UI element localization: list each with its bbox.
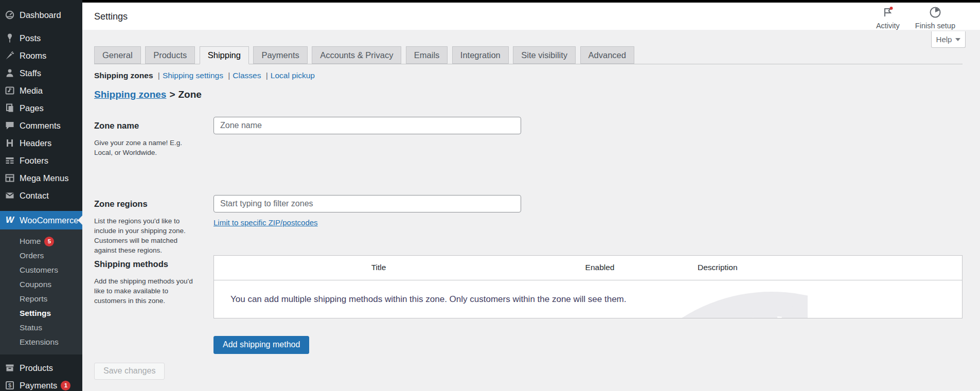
sidebar-item-label: Footers	[20, 156, 48, 166]
sidebar-item-rooms[interactable]: Rooms	[0, 47, 82, 64]
carrot-icon	[0, 50, 20, 61]
submenu-item-settings[interactable]: Settings	[0, 306, 82, 321]
submenu-item-reports[interactable]: Reports	[0, 292, 82, 306]
envelope-icon	[0, 190, 20, 201]
sidebar-item-products[interactable]: Products	[0, 359, 82, 377]
top-strip	[0, 0, 980, 3]
progress-clock-icon	[929, 6, 941, 21]
help-button[interactable]: Help	[931, 31, 966, 48]
submenu-item-home[interactable]: Home 5	[0, 234, 82, 248]
submenu-item-extensions[interactable]: Extensions	[0, 335, 82, 349]
admin-sidebar: Dashboard Posts Rooms Staffs Media	[0, 0, 82, 391]
shipping-methods-table: Title Enabled Description You can add mu…	[213, 255, 963, 318]
save-changes-button[interactable]: Save changes	[94, 363, 165, 380]
tab-payments[interactable]: Payments	[253, 46, 307, 64]
zone-regions-input[interactable]	[213, 195, 521, 212]
submenu-item-coupons[interactable]: Coupons	[0, 277, 82, 292]
sidebar-item-label: Comments	[20, 121, 61, 131]
sidebar-item-mega-menus[interactable]: Mega Menus	[0, 169, 82, 187]
tab-emails[interactable]: Emails	[406, 46, 448, 64]
subnav-link-shipping-settings[interactable]: Shipping settings	[163, 71, 223, 80]
settings-content: General Products Shipping Payments Accou…	[82, 46, 980, 380]
sidebar-item-media[interactable]: Media	[0, 82, 82, 99]
shipping-methods-description: Add the shipping methods you'd like to m…	[94, 276, 200, 306]
tab-general[interactable]: General	[94, 46, 141, 64]
zone-regions-row: Zone regions List the regions you'd like…	[94, 195, 963, 255]
shipping-subnav: Shipping zones |Shipping settings |Class…	[94, 71, 963, 80]
breadcrumb-current-zone: Zone	[179, 89, 202, 100]
sidebar-item-pages[interactable]: Pages	[0, 99, 82, 117]
submenu-item-orders[interactable]: Orders	[0, 248, 82, 263]
zone-regions-description: List the regions you'd like to include i…	[94, 216, 200, 255]
sidebar-item-label: WooCommerce	[20, 216, 78, 225]
sidebar-item-label: Pages	[20, 103, 44, 113]
empty-state-text: You can add multiple shipping methods wi…	[214, 280, 962, 318]
zone-name-label: Zone name	[94, 121, 213, 131]
sidebar-item-label: Media	[20, 86, 43, 96]
home-badge: 5	[44, 237, 54, 246]
add-shipping-method-button[interactable]: Add shipping method	[213, 336, 309, 354]
sidebar-item-label: Mega Menus	[20, 173, 68, 183]
page-title: Settings	[94, 11, 128, 22]
activity-flag-icon	[881, 6, 895, 21]
payments-badge: 1	[61, 381, 70, 390]
dollar-icon: $	[0, 380, 20, 390]
sidebar-item-label: Contact	[20, 191, 49, 201]
zone-name-description: Give your zone a name! E.g. Local, or Wo…	[94, 138, 200, 157]
footer-icon	[0, 155, 20, 166]
sidebar-item-label: Dashboard	[20, 10, 61, 20]
breadcrumb-link-shipping-zones[interactable]: Shipping zones	[94, 89, 166, 100]
pushpin-icon	[0, 33, 20, 43]
pages-icon	[0, 103, 20, 113]
chevron-down-icon	[955, 38, 960, 41]
tab-advanced[interactable]: Advanced	[580, 46, 634, 64]
tab-integration[interactable]: Integration	[452, 46, 509, 64]
sidebar-item-comments[interactable]: Comments	[0, 117, 82, 134]
sidebar-item-staffs[interactable]: Staffs	[0, 64, 82, 82]
person-icon	[0, 68, 20, 78]
activity-button[interactable]: Activity	[876, 6, 900, 30]
current-menu-arrow	[78, 216, 82, 225]
header-h-icon	[0, 138, 20, 148]
svg-text:$: $	[8, 382, 11, 388]
tab-shipping[interactable]: Shipping	[200, 46, 249, 64]
sidebar-item-label: Products	[20, 363, 53, 373]
sidebar-item-dashboard[interactable]: Dashboard	[0, 6, 82, 24]
sidebar-item-label: Posts	[20, 33, 41, 43]
dashboard-icon	[0, 10, 20, 20]
finish-setup-button[interactable]: Finish setup	[915, 6, 955, 30]
subnav-current-shipping-zones: Shipping zones	[94, 71, 153, 80]
sidebar-item-label: Headers	[20, 138, 51, 148]
grid-table-icon	[0, 173, 20, 183]
tab-products[interactable]: Products	[145, 46, 195, 64]
sidebar-item-label: Rooms	[20, 51, 46, 61]
comment-icon	[0, 120, 20, 131]
subnav-link-local-pickup[interactable]: Local pickup	[271, 71, 315, 80]
zone-regions-label: Zone regions	[94, 199, 213, 209]
sidebar-item-headers[interactable]: Headers	[0, 134, 82, 152]
media-icon	[0, 85, 20, 96]
sidebar-item-contact[interactable]: Contact	[0, 187, 82, 204]
submenu-item-status[interactable]: Status	[0, 321, 82, 335]
column-header-description: Description	[656, 263, 962, 272]
shipping-methods-row: Shipping methods Add the shipping method…	[94, 255, 963, 354]
tab-accounts-privacy[interactable]: Accounts & Privacy	[312, 46, 401, 64]
settings-tabs: General Products Shipping Payments Accou…	[94, 46, 963, 64]
subnav-link-classes[interactable]: Classes	[233, 71, 261, 80]
sidebar-item-label: Staffs	[20, 68, 41, 78]
sidebar-item-payments[interactable]: $ Payments 1	[0, 377, 82, 391]
submenu-item-customers[interactable]: Customers	[0, 263, 82, 277]
tab-site-visibility[interactable]: Site visibility	[513, 46, 576, 64]
limit-postcodes-link[interactable]: Limit to specific ZIP/postcodes	[213, 218, 318, 227]
sidebar-item-posts[interactable]: Posts	[0, 29, 82, 47]
woocommerce-icon: W	[0, 215, 20, 225]
main-area: Settings Activity Finish setup Help Gene…	[82, 3, 980, 391]
table-empty-row: You can add multiple shipping methods wi…	[214, 280, 962, 318]
sidebar-item-woocommerce[interactable]: W WooCommerce	[0, 211, 82, 229]
sidebar-item-footers[interactable]: Footers	[0, 152, 82, 169]
archive-box-icon	[0, 363, 20, 373]
breadcrumb: Shipping zones>Zone	[94, 89, 963, 100]
zone-name-input[interactable]	[213, 117, 521, 134]
table-header-row: Title Enabled Description	[214, 256, 962, 280]
zone-name-row: Zone name Give your zone a name! E.g. Lo…	[94, 117, 963, 195]
